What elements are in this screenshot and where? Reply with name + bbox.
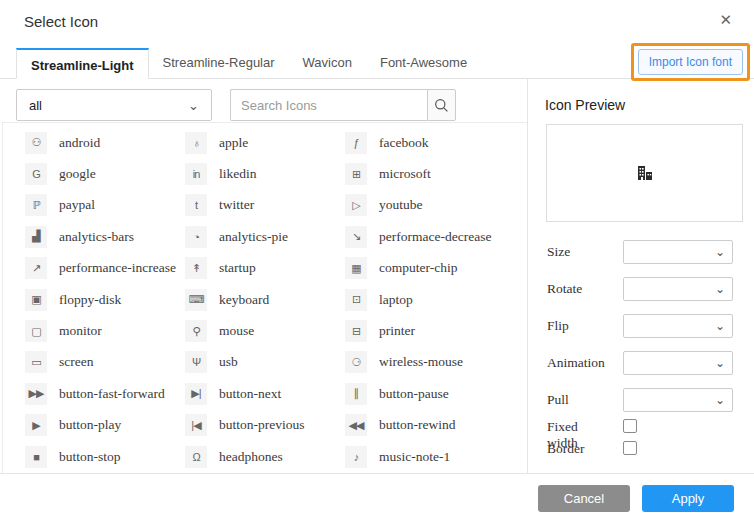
category-select-value: all [29, 98, 42, 113]
rotate-select[interactable]: ⌄ [623, 277, 733, 301]
list-icon: ⌨ [185, 289, 207, 311]
tab-wavicon[interactable]: Wavicon [289, 47, 366, 78]
footer-divider [0, 473, 754, 474]
icon-name-label: microsoft [379, 166, 431, 182]
apply-button[interactable]: Apply [642, 485, 734, 512]
pull-label: Pull [547, 392, 569, 408]
icon-list-item-music-note-1[interactable]: ♪ music-note-1 [345, 446, 505, 468]
icon-list-item-apple[interactable]: ♁ apple [185, 132, 345, 154]
icon-list-item-startup[interactable]: ↟ startup [185, 257, 345, 279]
icon-name-label: performance-increase [59, 260, 176, 276]
list-icon: ♁ [185, 132, 207, 154]
list-icon: G [25, 163, 47, 185]
icon-list-item-button-stop[interactable]: ■ button-stop [25, 446, 185, 468]
flip-select[interactable]: ⌄ [623, 314, 733, 338]
icon-list-item-button-rewind[interactable]: ◀◀ button-rewind [345, 414, 505, 436]
list-icon: ◔ [185, 226, 207, 248]
icon-list-item-facebook[interactable]: ƒ facebook [345, 132, 505, 154]
icon-name-label: analytics-bars [59, 229, 134, 245]
icon-name-label: performace-decrease [379, 229, 491, 245]
icon-list-item-analytics-bars[interactable]: ▟ analytics-bars [25, 226, 185, 248]
icon-list-item-paypal[interactable]: ℙ paypal [25, 194, 185, 216]
icon-list-item-floppy-disk[interactable]: ▣ floppy-disk [25, 289, 185, 311]
icon-name-label: google [59, 166, 96, 182]
chevron-down-icon: ⌄ [188, 98, 199, 113]
icon-list-item-likedin[interactable]: in likedin [185, 163, 345, 185]
icon-list-item-twitter[interactable]: t twitter [185, 194, 345, 216]
list-icon: ↗ [25, 257, 47, 279]
icon-list-item-keyboard[interactable]: ⌨ keyboard [185, 289, 345, 311]
icon-list-item-analytics-pie[interactable]: ◔ analytics-pie [185, 226, 345, 248]
dialog-title: Select Icon [24, 13, 98, 30]
setting-row-animation: Animation ⌄ [547, 351, 743, 375]
close-icon[interactable]: ✕ [719, 10, 732, 30]
icon-name-label: music-note-1 [379, 449, 450, 465]
import-icon-font-button[interactable]: Import Icon font [638, 49, 743, 75]
icon-name-label: headphones [219, 449, 283, 465]
icon-list-item-mouse[interactable]: ⚲ mouse [185, 320, 345, 342]
category-select[interactable]: all ⌄ [16, 89, 212, 121]
icon-list-item-button-play[interactable]: ▶ button-play [25, 414, 185, 436]
icon-list-item-computer-chip[interactable]: ▦ computer-chip [345, 257, 505, 279]
icon-name-label: button-next [219, 386, 281, 402]
animation-select[interactable]: ⌄ [623, 351, 733, 375]
list-icon: ▢ [25, 320, 47, 342]
icon-name-label: keyboard [219, 292, 269, 308]
icon-list-item-button-next[interactable]: ▶| button-next [185, 383, 345, 405]
icon-preview-box [546, 124, 743, 222]
icon-list-item-headphones[interactable]: Ω headphones [185, 446, 345, 468]
icon-name-label: screen [59, 354, 93, 370]
list-icon: ♪ [345, 446, 367, 468]
list-icon: ▶▶ [25, 383, 47, 405]
icon-name-label: youtube [379, 197, 423, 213]
icon-list-item-wireless-mouse[interactable]: ⚆ wireless-mouse [345, 351, 505, 373]
icon-list-item-youtube[interactable]: ▷ youtube [345, 194, 505, 216]
search-input[interactable] [230, 89, 427, 121]
icon-name-label: wireless-mouse [379, 354, 463, 370]
icon-list-item-button-previous[interactable]: |◀ button-previous [185, 414, 345, 436]
icon-name-label: mouse [219, 323, 254, 339]
icon-list-item-performace-decrease[interactable]: ↘ performace-decrease [345, 226, 505, 248]
tab-streamline-regular[interactable]: Streamline-Regular [149, 47, 289, 78]
chevron-down-icon: ⌄ [715, 282, 725, 296]
icon-name-label: facebook [379, 135, 428, 151]
search-area [230, 89, 456, 121]
icon-list-item-printer[interactable]: ⊟ printer [345, 320, 505, 342]
icon-name-label: likedin [219, 166, 257, 182]
fixed-width-checkbox[interactable] [623, 419, 637, 433]
icon-list-item-usb[interactable]: Ψ usb [185, 351, 345, 373]
icon-name-label: monitor [59, 323, 102, 339]
icon-list-item-laptop[interactable]: ⊡ laptop [345, 289, 505, 311]
icon-name-label: usb [219, 354, 238, 370]
buildings-icon [637, 166, 653, 180]
cancel-button[interactable]: Cancel [538, 485, 630, 512]
chevron-down-icon: ⌄ [715, 319, 725, 333]
tab-streamline-light[interactable]: Streamline-Light [16, 48, 149, 79]
icon-list-item-screen[interactable]: ▭ screen [25, 351, 185, 373]
icon-list-item-microsoft[interactable]: ⊞ microsoft [345, 163, 505, 185]
icon-list-item-monitor[interactable]: ▢ monitor [25, 320, 185, 342]
icon-list-item-performance-increase[interactable]: ↗ performance-increase [25, 257, 185, 279]
icon-name-label: paypal [59, 197, 95, 213]
icon-name-label: computer-chip [379, 260, 457, 276]
list-icon: ▶ [25, 414, 47, 436]
annotation-highlight-box: Import Icon font [631, 43, 750, 81]
icon-name-label: android [59, 135, 100, 151]
border-checkbox[interactable] [623, 441, 637, 455]
icon-name-label: floppy-disk [59, 292, 121, 308]
icon-list-item-android[interactable]: ⚇ android [25, 132, 185, 154]
icon-list-item-button-fast-forward[interactable]: ▶▶ button-fast-forward [25, 383, 185, 405]
list-icon: ▭ [25, 351, 47, 373]
setting-row-rotate: Rotate ⌄ [547, 277, 743, 301]
animation-label: Animation [547, 355, 605, 371]
pull-select[interactable]: ⌄ [623, 388, 733, 412]
search-button[interactable] [427, 89, 456, 121]
icon-name-label: button-play [59, 417, 121, 433]
icon-preview-heading: Icon Preview [545, 97, 625, 113]
size-select[interactable]: ⌄ [623, 240, 733, 264]
chevron-down-icon: ⌄ [715, 245, 725, 259]
list-icon: t [185, 194, 207, 216]
icon-list-item-button-pause[interactable]: ∥ button-pause [345, 383, 505, 405]
icon-list-item-google[interactable]: G google [25, 163, 185, 185]
tab-font-awesome[interactable]: Font-Awesome [366, 47, 481, 78]
